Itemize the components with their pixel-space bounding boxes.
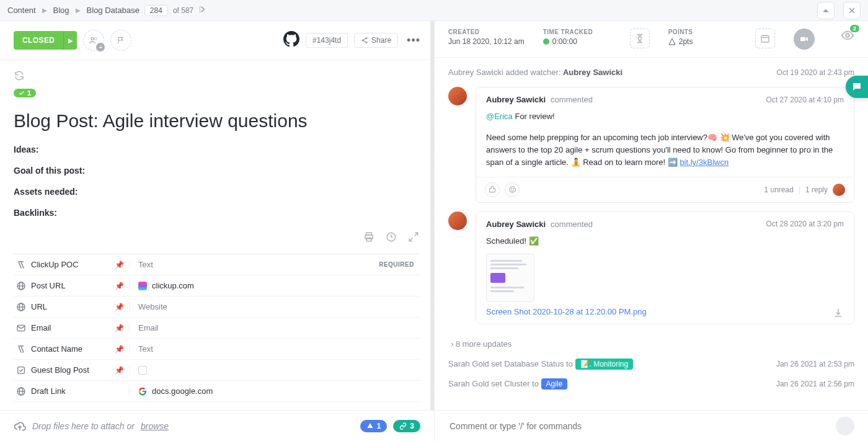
- field-placeholder: Email: [138, 323, 159, 332]
- comment-body[interactable]: Scheduled! ✅: [486, 235, 844, 247]
- comment-body[interactable]: @Erica For review! Need some help preppi…: [486, 110, 844, 169]
- open-external-icon[interactable]: [198, 5, 207, 16]
- subtask-count: 1: [27, 89, 31, 97]
- more-updates-toggle[interactable]: › 8 more updates: [448, 333, 854, 355]
- left-footer: Drop files here to attach or browse 1 3: [0, 410, 434, 441]
- svg-point-5: [362, 40, 363, 41]
- breadcrumb-content[interactable]: Content: [7, 6, 36, 15]
- meta-points[interactable]: POINTS 2pts: [668, 29, 737, 46]
- app-root: Content ▶ Blog ▶ Blog Database 284 of 58…: [0, 0, 868, 441]
- desc-heading-backlinks[interactable]: Backlinks:: [14, 208, 420, 218]
- field-label: Contact Name: [31, 344, 82, 354]
- unread-count[interactable]: 1 unread: [764, 185, 793, 194]
- field-label: Email: [31, 323, 51, 332]
- field-row-contact-name[interactable]: Contact Name📌 Text: [14, 339, 420, 360]
- share-button[interactable]: Share: [354, 33, 398, 48]
- right-header: CREATED Jun 18 2020, 10:12 am TIME TRACK…: [435, 21, 868, 58]
- close-button[interactable]: [843, 2, 861, 19]
- subtask-count-badge[interactable]: 1: [14, 89, 36, 97]
- svg-line-14: [409, 238, 412, 241]
- due-date-button[interactable]: [755, 29, 775, 48]
- link-attachment-chip[interactable]: 3: [393, 420, 420, 432]
- emoji-add-button[interactable]: [505, 182, 520, 197]
- status-next-button[interactable]: ▶: [63, 31, 77, 50]
- page-current[interactable]: 284: [144, 5, 168, 16]
- download-icon[interactable]: [833, 307, 844, 320]
- mention[interactable]: @Erica: [486, 112, 513, 121]
- floating-comment-button[interactable]: [846, 76, 868, 98]
- timer-add-button[interactable]: [630, 29, 650, 48]
- field-value: clickup.com: [152, 281, 194, 290]
- breadcrumb: Content ▶ Blog ▶ Blog Database: [7, 6, 140, 15]
- share-label: Share: [371, 36, 391, 45]
- expand-icon[interactable]: [408, 231, 419, 245]
- meta-time-tracked[interactable]: TIME TRACKED 0:00:00: [543, 29, 611, 46]
- svg-rect-32: [800, 37, 805, 42]
- desc-heading-goal[interactable]: Goal of this post:: [14, 166, 420, 176]
- page-title[interactable]: Blog Post: Agile interview questions: [14, 110, 420, 132]
- status-closed-button[interactable]: CLOSED: [14, 31, 63, 50]
- field-placeholder: Text: [138, 260, 153, 269]
- meta-value: Jun 18 2020, 10:12 am: [448, 37, 525, 46]
- pin-icon: 📌: [115, 324, 124, 332]
- svg-rect-22: [18, 367, 25, 373]
- watchers-count-badge: 2: [850, 25, 859, 32]
- desc-heading-ideas[interactable]: Ideas:: [14, 145, 420, 154]
- field-row-guest-blog-post[interactable]: Guest Blog Post📌: [14, 360, 420, 381]
- recurrence-icon[interactable]: [14, 70, 25, 81]
- activity-line-watcher: Aubrey Sawicki added watcher: Aubrey Saw…: [448, 64, 854, 82]
- task-id-pill[interactable]: #143j4td: [306, 33, 348, 48]
- comment-block: Aubrey Sawicki commented Oct 27 2020 at …: [448, 87, 854, 203]
- watchers-button[interactable]: 2: [841, 29, 854, 45]
- plus-icon: +: [96, 43, 105, 51]
- field-row-draft-link[interactable]: Draft Link docs.google.com: [14, 381, 420, 402]
- activity-line-cluster: Sarah Gold set Cluster to Agile Jan 26 2…: [448, 375, 854, 394]
- field-label: Draft Link: [31, 386, 66, 396]
- breadcrumb-blog[interactable]: Blog: [53, 6, 69, 15]
- description-toolbar: [14, 229, 420, 251]
- avatar: [448, 212, 467, 230]
- pin-icon: 📌: [115, 282, 124, 290]
- comment-action: commented: [551, 95, 593, 104]
- flag-priority-button[interactable]: [110, 30, 131, 51]
- field-row-post-url[interactable]: Post URL📌 clickup.com: [14, 275, 420, 296]
- comment-author: Aubrey Sawicki: [486, 220, 546, 229]
- history-icon[interactable]: [386, 231, 397, 245]
- more-menu-button[interactable]: •••: [404, 34, 423, 47]
- comment-link[interactable]: bit.ly/3kBlwcn: [680, 158, 728, 167]
- status-badge-agile: Agile: [541, 378, 568, 390]
- comment-author: Aubrey Sawicki: [486, 95, 546, 104]
- desc-heading-assets[interactable]: Assets needed:: [14, 187, 420, 197]
- reply-count[interactable]: 1 reply: [805, 185, 828, 194]
- minimize-button[interactable]: [817, 2, 835, 19]
- send-comment-button[interactable]: [836, 417, 854, 435]
- comment-block: Aubrey Sawicki commented Oct 28 2020 at …: [448, 212, 854, 324]
- record-clip-button[interactable]: [794, 29, 815, 50]
- print-icon[interactable]: [363, 231, 374, 245]
- field-row-email[interactable]: Email📌 Email: [14, 318, 420, 339]
- drive-attachment-chip[interactable]: 1: [360, 420, 388, 432]
- right-footer: [435, 410, 868, 441]
- field-placeholder: Text: [138, 344, 153, 354]
- field-row-clickup-poc[interactable]: ClickUp POC📌 TextREQUIRED: [14, 254, 420, 275]
- field-row-url[interactable]: URL📌 Website: [14, 296, 420, 318]
- breadcrumb-database[interactable]: Blog Database: [87, 6, 140, 15]
- svg-point-34: [846, 33, 849, 37]
- favicon-clickup: [138, 282, 147, 290]
- svg-rect-28: [761, 35, 769, 42]
- svg-point-6: [366, 42, 367, 43]
- like-button[interactable]: [485, 182, 500, 197]
- page-total: of 587: [173, 6, 193, 15]
- attachment-name[interactable]: Screen Shot 2020-10-28 at 12.20.00 PM.pn…: [486, 307, 647, 316]
- checkbox-empty[interactable]: [138, 366, 147, 375]
- github-icon[interactable]: [283, 31, 299, 50]
- attachment-thumbnail[interactable]: [486, 254, 534, 302]
- cloud-upload-icon: [14, 420, 26, 432]
- comment-input[interactable]: [448, 421, 830, 432]
- svg-line-8: [363, 41, 366, 43]
- assignee-add-button[interactable]: +: [83, 30, 104, 51]
- avatar: [448, 87, 467, 105]
- browse-link[interactable]: browse: [141, 421, 169, 431]
- pin-icon: 📌: [115, 261, 124, 269]
- top-breadcrumb-bar: Content ▶ Blog ▶ Blog Database 284 of 58…: [0, 0, 868, 21]
